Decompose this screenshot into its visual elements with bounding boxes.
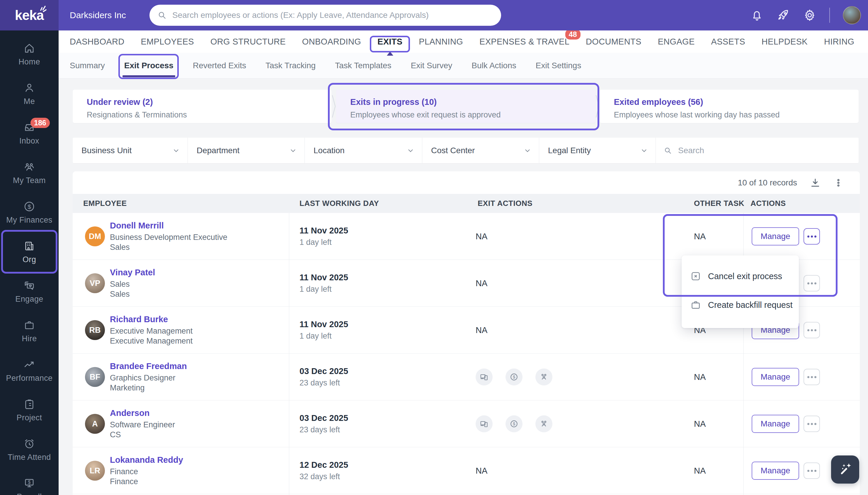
filter-business-unit[interactable]: Business Unit bbox=[73, 138, 188, 163]
filter-location[interactable]: Location bbox=[305, 138, 422, 163]
employee-name-link[interactable]: Donell Merrill bbox=[110, 221, 228, 230]
filter-cost-center[interactable]: Cost Center bbox=[422, 138, 539, 163]
tab-bulk-actions[interactable]: Bulk Actions bbox=[471, 61, 516, 70]
stage-exited-employees[interactable]: Exited employees (56) Employees whose la… bbox=[600, 90, 858, 123]
days-left: 23 days left bbox=[300, 378, 348, 388]
nav-helpdesk[interactable]: HELPDESK bbox=[762, 37, 808, 47]
nav-exits[interactable]: EXITS bbox=[378, 37, 402, 47]
kebab-vertical-icon[interactable] bbox=[833, 177, 844, 189]
row-menu-button[interactable] bbox=[803, 416, 820, 432]
row-menu-button[interactable] bbox=[803, 462, 820, 479]
table-header: EMPLOYEE LAST WORKING DAY EXIT ACTIONS O… bbox=[73, 194, 860, 213]
sidebar-item-hire[interactable]: Hire bbox=[0, 311, 59, 351]
rocket-icon[interactable] bbox=[777, 8, 790, 22]
devices-icon[interactable] bbox=[475, 369, 493, 386]
exit-actions-value: NA bbox=[475, 466, 487, 476]
employee-name-link[interactable]: Vinay Patel bbox=[110, 268, 155, 277]
avatar: DM bbox=[85, 226, 105, 246]
stage-under-review[interactable]: Under review (2) Resignations & Terminat… bbox=[73, 90, 331, 123]
nav-engage[interactable]: ENGAGE bbox=[658, 37, 695, 47]
gear-icon[interactable] bbox=[803, 8, 816, 22]
records-count: 10 of 10 records bbox=[738, 178, 797, 187]
employee-name-link[interactable]: Lokananda Reddy bbox=[110, 455, 183, 464]
filter-legal-entity[interactable]: Legal Entity bbox=[539, 138, 656, 163]
nav-documents[interactable]: DOCUMENTS bbox=[586, 37, 641, 47]
sidebar-item-time-attend[interactable]: Time Attend bbox=[0, 430, 59, 470]
people-icon[interactable] bbox=[535, 369, 552, 386]
sidebar-item-inbox[interactable]: 186 Inbox bbox=[0, 114, 59, 153]
magic-wand-icon bbox=[837, 462, 853, 477]
nav-hiring[interactable]: HIRING bbox=[824, 37, 854, 47]
tab-reverted-exits[interactable]: Reverted Exits bbox=[193, 61, 246, 70]
row-menu-button[interactable] bbox=[803, 228, 820, 244]
menu-item-create-backfill-request[interactable]: Create backfill request bbox=[682, 291, 799, 319]
svg-text:$: $ bbox=[28, 203, 31, 210]
nav-planning[interactable]: PLANNING bbox=[419, 37, 463, 47]
sidebar-item-payroll[interactable]: $ Payroll bbox=[0, 470, 59, 495]
employee-name-link[interactable]: Brandee Freedman bbox=[110, 361, 187, 371]
row-menu-button[interactable] bbox=[803, 369, 820, 385]
user-avatar[interactable] bbox=[843, 6, 861, 24]
briefcase-icon bbox=[23, 319, 35, 331]
employee-name-link[interactable]: Richard Burke bbox=[110, 314, 193, 324]
avatar: LR bbox=[85, 461, 105, 481]
tab-exit-settings[interactable]: Exit Settings bbox=[536, 61, 581, 70]
manage-button[interactable]: Manage bbox=[752, 462, 799, 480]
sidebar-item-me[interactable]: Me bbox=[0, 74, 59, 114]
table-search[interactable] bbox=[656, 138, 858, 163]
nav-dashboard[interactable]: DASHBOARD bbox=[70, 37, 124, 47]
last-working-day: 03 Dec 2025 bbox=[300, 413, 348, 423]
devices-icon[interactable] bbox=[475, 415, 493, 432]
employee-name-link[interactable]: Anderson bbox=[110, 408, 175, 418]
sidebar-item-my-finances[interactable]: $ My Finances bbox=[0, 193, 59, 232]
menu-item-cancel-exit-process[interactable]: Cancel exit process bbox=[682, 262, 799, 291]
days-left: 1 day left bbox=[300, 238, 348, 247]
last-working-day: 12 Dec 2025 bbox=[300, 460, 348, 470]
column-header-employee: EMPLOYEE bbox=[83, 194, 127, 213]
payout-icon[interactable]: $ bbox=[505, 369, 522, 386]
manage-button[interactable]: Manage bbox=[752, 415, 799, 433]
nav-onboarding[interactable]: ONBOARDING bbox=[302, 37, 361, 47]
row-menu-button[interactable] bbox=[803, 275, 820, 291]
tab-task-templates[interactable]: Task Templates bbox=[335, 61, 391, 70]
sidebar-item-my-team[interactable]: My Team bbox=[0, 153, 59, 193]
last-working-day: 03 Dec 2025 bbox=[300, 366, 348, 376]
assistant-fab[interactable] bbox=[831, 456, 859, 483]
keka-logo[interactable]: keka bbox=[0, 0, 59, 31]
table-search-input[interactable] bbox=[678, 146, 831, 155]
clipboard-icon bbox=[23, 398, 35, 410]
payout-icon[interactable]: $ bbox=[505, 415, 522, 432]
search-icon bbox=[664, 146, 672, 155]
filter-bar: Business Unit Department Location Cost C… bbox=[73, 138, 858, 163]
sidebar-item-performance[interactable]: Performance bbox=[0, 351, 59, 390]
svg-text:$: $ bbox=[513, 375, 515, 379]
sidebar-item-engage[interactable]: Engage bbox=[0, 272, 59, 311]
sidebar-item-project[interactable]: Project bbox=[0, 390, 59, 430]
employee-department: Marketing bbox=[110, 382, 187, 392]
nav-employees[interactable]: EMPLOYEES bbox=[141, 37, 194, 47]
sidebar-item-org[interactable]: Org bbox=[0, 232, 59, 272]
exit-actions-value: NA bbox=[475, 325, 487, 335]
row-menu-button[interactable] bbox=[803, 322, 820, 338]
employee-department: Sales bbox=[110, 289, 155, 299]
top-bar: keka Darksiders Inc bbox=[0, 0, 868, 31]
nav-expenses-travel[interactable]: EXPENSES & TRAVEL 48 bbox=[480, 37, 569, 47]
sidebar: Home Me 186 Inbox My Team $ My Finances … bbox=[0, 31, 59, 495]
nav-assets[interactable]: ASSETS bbox=[711, 37, 745, 47]
nav-org-structure[interactable]: ORG STRUCTURE bbox=[211, 37, 286, 47]
manage-button[interactable]: Manage bbox=[752, 227, 799, 245]
download-icon[interactable] bbox=[809, 177, 821, 189]
tab-summary[interactable]: Summary bbox=[70, 61, 105, 70]
tab-task-tracking[interactable]: Task Tracking bbox=[266, 61, 316, 70]
filter-department[interactable]: Department bbox=[188, 138, 305, 163]
people-icon[interactable] bbox=[535, 415, 552, 432]
sidebar-item-home[interactable]: Home bbox=[0, 35, 59, 74]
global-search[interactable] bbox=[149, 5, 501, 26]
manage-button[interactable]: Manage bbox=[752, 368, 799, 386]
stage-exits-in-progress[interactable]: Exits in progress (10) Employees whose e… bbox=[336, 90, 595, 123]
active-tab-underline bbox=[122, 75, 175, 77]
tab-exit-process[interactable]: Exit Process bbox=[124, 61, 173, 70]
bell-icon[interactable] bbox=[750, 8, 764, 22]
global-search-input[interactable] bbox=[172, 11, 480, 20]
tab-exit-survey[interactable]: Exit Survey bbox=[411, 61, 452, 70]
